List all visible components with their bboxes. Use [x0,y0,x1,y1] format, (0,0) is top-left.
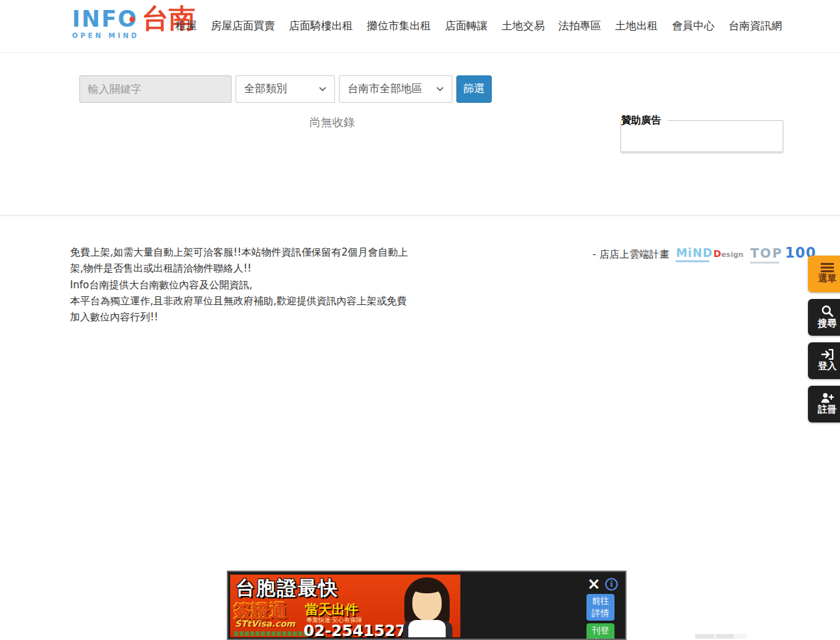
bottom-ad-banner: 台胞證最快 簽證通 STtVisa.com 當天出件 專業快速·安心有保障 02… [227,571,626,640]
ad-headline: 台胞證最快 [236,575,339,602]
logo-openmind-text: OPEN MIND [72,32,139,39]
chevron-down-icon [436,87,444,91]
mind-logo-d: D [713,248,721,259]
footer-notice-line: 本平台為獨立運作,且非政府單位且無政府補助,歡迎提供資訊內容上架或免費加入數位內… [70,293,413,326]
main-nav: 租屋 房屋店面買賣 店面騎樓出租 攤位市集出租 店面轉讓 土地交易 法拍專區 土… [175,0,782,53]
login-button[interactable]: 登入 [808,342,840,379]
header: INFO OPEN MIND 台南 租屋 房屋店面買賣 店面騎樓出租 攤位市集出… [0,0,840,53]
region-select[interactable]: 台南市全部地區 [339,75,452,103]
chevron-down-icon [319,87,326,91]
category-select[interactable]: 全部類別 [236,75,335,103]
mind-logo-esign: esign [721,250,743,259]
nav-item-house-sale[interactable]: 房屋店面買賣 [211,19,275,33]
ad-publish-button[interactable]: 刊登廣告 [586,623,614,640]
logo-info-block: INFO OPEN MIND [72,6,139,39]
nav-item-land-rent[interactable]: 土地出租 [615,19,658,33]
register-button-label: 註冊 [818,404,837,416]
partial-cutoff-element [695,634,747,639]
nav-item-storefront-rent[interactable]: 店面騎樓出租 [289,19,353,33]
user-plus-icon [821,392,834,403]
ad-info-icon[interactable]: i [605,578,618,591]
login-button-label: 登入 [818,360,837,372]
ad-person-illustration [396,577,458,637]
ad-site-url: STtVisa.com [235,619,295,629]
footer-partners: - 店店上雲端計畫 MiND D esign TOP 100 [592,245,816,264]
keyword-input[interactable] [79,75,232,103]
mind-logo-tagline [676,260,709,262]
top100-logo-tagline [750,262,779,264]
nav-item-store-transfer[interactable]: 店面轉讓 [445,19,488,33]
nav-item-stall-market-rent[interactable]: 攤位市集出租 [367,19,431,33]
search-button-label: 搜尋 [818,318,837,330]
sponsor-ad-title: 贊助廣告 [621,114,668,127]
menu-button[interactable]: 選單 [808,256,840,292]
top100-logo-top: TOP [750,246,783,260]
top100-logo[interactable]: TOP 100 [750,245,816,264]
ad-detail-button[interactable]: 前往詳情 [586,594,614,621]
nav-item-rent[interactable]: 租屋 [175,19,197,33]
footer-notice-line: Info台南提供大台南數位內容及公開資訊, [70,277,413,293]
hamburger-icon [821,263,834,272]
nav-item-member-center[interactable]: 會員中心 [672,19,715,33]
ad-creative[interactable]: 台胞證最快 簽證通 STtVisa.com 當天出件 專業快速·安心有保障 02… [230,575,460,637]
search-button[interactable]: 搜尋 [808,299,840,336]
mind-logo-text: MiND [676,246,713,260]
page: INFO OPEN MIND 台南 租屋 房屋店面買賣 店面騎樓出租 攤位市集出… [0,0,840,640]
mind-design-logo[interactable]: MiND D esign [676,246,743,262]
sign-in-icon [821,349,834,360]
search-icon [821,305,833,317]
section-divider [0,215,840,216]
filter-button[interactable]: 篩選 [456,75,492,103]
ad-company-line [234,631,313,636]
nav-item-foreclosure[interactable]: 法拍專區 [558,19,601,33]
footer-notice: 免費上架,如需大量自動上架可洽客服!!本站物件資訊僅保留有2個月會自動上架,物件… [70,244,413,325]
menu-button-label: 選單 [818,273,837,285]
logo-o-dot-icon [129,17,135,22]
region-select-value: 台南市全部地區 [348,82,422,96]
empty-results-message: 尚無收錄 [310,115,355,130]
search-bar: 全部類別 台南市全部地區 篩選 [79,75,492,103]
category-select-value: 全部類別 [244,82,287,96]
nav-item-land-trade[interactable]: 土地交易 [502,19,544,33]
ad-close-icon[interactable]: × [586,576,602,592]
nav-item-tainan-info-net[interactable]: 台南資訊網 [729,19,782,33]
footer-notice-line: 免費上架,如需大量自動上架可洽客服!!本站物件資訊僅保留有2個月會自動上架,物件… [70,244,413,277]
cloud-plan-label: - 店店上雲端計畫 [592,248,669,261]
sponsor-ad-box: 贊助廣告 [620,114,783,152]
register-button[interactable]: 註冊 [808,386,840,422]
